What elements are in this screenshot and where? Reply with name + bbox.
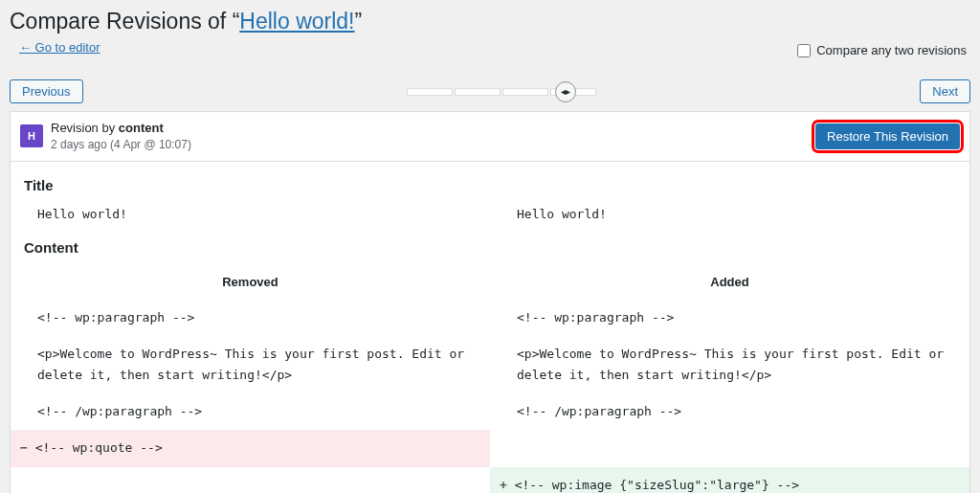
diff-row: + <!-- wp:image {"sizeSlug":"large"} -->	[11, 467, 969, 493]
removed-heading: Removed	[11, 261, 490, 300]
revision-author: Revision by content	[51, 120, 815, 137]
revision-meta-bar: H Revision by content 2 days ago (4 Apr …	[10, 111, 970, 162]
avatar: H	[20, 124, 43, 147]
title-left: Hello world!	[24, 203, 477, 226]
revision-time: 2 days ago (4 Apr @ 10:07)	[51, 137, 815, 153]
next-button[interactable]: Next	[920, 79, 970, 103]
diff-cell-left: <!-- /wp:paragraph -->	[11, 393, 490, 430]
diff-cell-right: <!-- /wp:paragraph -->	[490, 393, 969, 430]
compare-checkbox-input[interactable]	[797, 44, 811, 57]
diff-row: − <!-- wp:quote -->	[11, 430, 969, 466]
diff-cell-right: <p>Welcome to WordPress~ This is your fi…	[490, 336, 969, 393]
title-section-label: Title	[11, 168, 969, 199]
slider-tick	[502, 88, 548, 96]
go-to-editor-link[interactable]: ← Go to editor	[10, 34, 100, 55]
diff-cell-right: <!-- wp:paragraph -->	[490, 300, 969, 336]
previous-button[interactable]: Previous	[10, 79, 83, 103]
page-title: Compare Revisions of “Hello world!”	[10, 9, 970, 34]
diff-row: <!-- /wp:paragraph --> <!-- /wp:paragrap…	[11, 393, 969, 430]
diff-row: <p>Welcome to WordPress~ This is your fi…	[11, 336, 969, 393]
diff-cell-added: + <!-- wp:image {"sizeSlug":"large"} -->	[490, 467, 969, 493]
diff-cell-removed: − <!-- wp:quote -->	[11, 430, 490, 466]
title-prefix: Compare Revisions of	[10, 9, 233, 34]
title-diff: Hello world! Hello world!	[11, 199, 969, 230]
minus-icon: −	[20, 440, 28, 455]
diff-table: <!-- wp:paragraph --> <!-- wp:paragraph …	[11, 300, 969, 493]
slider-handle[interactable]: ◂▸	[555, 81, 576, 102]
revision-diff-panel: Title Hello world! Hello world! Content …	[10, 162, 970, 493]
added-heading: Added	[490, 261, 969, 300]
revision-slider[interactable]: ◂▸	[83, 88, 921, 96]
diff-cell-empty	[11, 467, 490, 493]
slider-tick	[407, 88, 453, 96]
compare-two-checkbox[interactable]: Compare any two revisions	[797, 43, 967, 57]
post-link[interactable]: Hello world!	[239, 9, 354, 34]
diff-cell-empty	[490, 430, 969, 466]
content-section-label: Content	[11, 230, 969, 261]
diff-cell-left: <!-- wp:paragraph -->	[11, 300, 490, 336]
diff-cell-left: <p>Welcome to WordPress~ This is your fi…	[11, 336, 490, 393]
slider-tick	[455, 88, 501, 96]
compare-checkbox-label: Compare any two revisions	[816, 43, 967, 57]
restore-revision-button[interactable]: Restore This Revision	[815, 123, 960, 149]
diff-row: <!-- wp:paragraph --> <!-- wp:paragraph …	[11, 300, 969, 336]
plus-icon: +	[500, 478, 507, 492]
title-right: Hello world!	[503, 203, 956, 226]
revision-nav: Previous ◂▸ Next	[0, 58, 980, 111]
